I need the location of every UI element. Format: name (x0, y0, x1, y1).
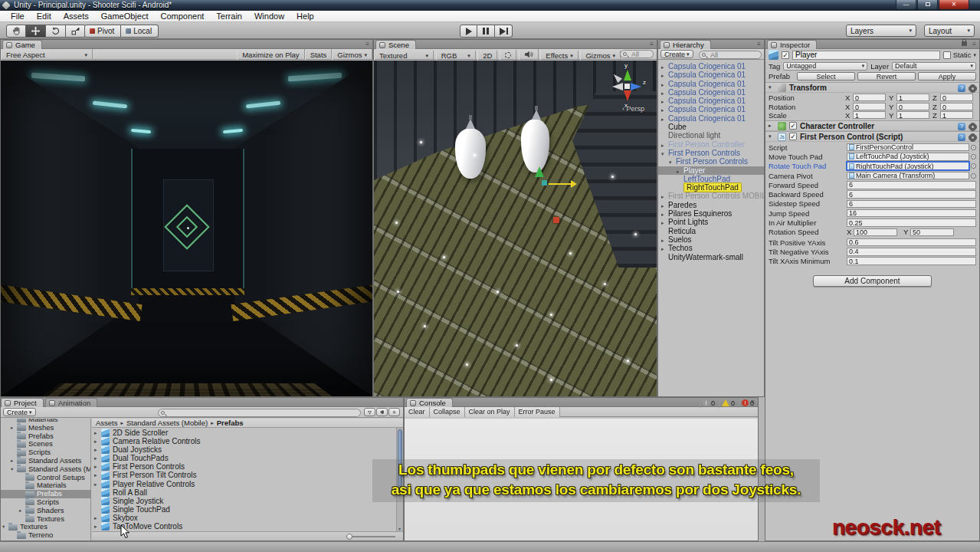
game-viewport[interactable] (1, 61, 372, 396)
play-button[interactable] (460, 25, 477, 38)
gear-icon[interactable] (969, 123, 976, 130)
menu-item[interactable]: GameObject (95, 12, 155, 21)
expand-arrow-icon[interactable]: ▸ (94, 462, 101, 471)
asset-row[interactable]: Single TouchPad (92, 505, 403, 514)
layout-dropdown[interactable]: Layout▾ (924, 25, 975, 37)
hierarchy-item[interactable]: ▸Point Lights (658, 218, 764, 226)
hierarchy-item[interactable]: Cube (658, 123, 764, 131)
tab-hierarchy[interactable]: Hierarchy (660, 40, 711, 49)
expand-arrow-icon[interactable]: ▸ (11, 457, 17, 465)
help-icon[interactable]: ? (958, 133, 965, 141)
axis-neg-cone[interactable] (612, 83, 623, 90)
expand-arrow-icon[interactable]: ▾ (769, 84, 775, 90)
field-value[interactable]: RightTouchPad (Joystick) (847, 162, 969, 170)
stats-button[interactable]: Stats (305, 49, 333, 60)
minimize-button[interactable]: — (896, 0, 916, 10)
tab-scene[interactable]: Scene (375, 40, 416, 49)
scale-tool-button[interactable] (66, 25, 86, 38)
expand-arrow-icon[interactable]: ▸ (94, 514, 101, 522)
hierarchy-item[interactable]: ▸Capsula Criogenica 01 (658, 88, 764, 97)
component-enabled-checkbox[interactable]: ✓ (789, 122, 797, 130)
project-search-input[interactable] (169, 409, 357, 417)
panel-menu-icon[interactable]: ≡ (757, 41, 761, 48)
restore-button[interactable] (917, 0, 938, 10)
field-value[interactable]: 6 (847, 181, 976, 189)
rgb-dropdown[interactable]: RGB▾ (436, 51, 476, 61)
asset-row[interactable]: ▸2D Side Scroller (92, 429, 403, 437)
slider-knob[interactable] (346, 534, 352, 540)
hierarchy-item[interactable]: ▸Techos (658, 244, 764, 252)
hierarchy-item[interactable]: ▸Capsula Criogenica 01 (658, 97, 764, 105)
rotation-speed-x-field[interactable]: 100 (854, 228, 897, 237)
info-count[interactable]: !0 (700, 399, 717, 408)
scene-search-input[interactable] (631, 51, 650, 58)
rotate-tool-button[interactable] (46, 25, 66, 38)
object-picker-icon[interactable] (971, 173, 976, 179)
asset-row[interactable]: ▸First Person Controls (92, 462, 403, 471)
hierarchy-item[interactable]: ▸Player (658, 166, 764, 175)
project-folder-row[interactable]: ▾Standard Assets (Mobile (1, 465, 90, 474)
error-count[interactable]: !0 (739, 399, 756, 408)
panel-menu-icon[interactable]: ≡ (365, 41, 369, 48)
gear-icon[interactable] (969, 134, 976, 141)
hierarchy-item[interactable]: RightTouchPad (658, 183, 764, 192)
shading-dropdown[interactable]: Textured▾ (374, 51, 434, 61)
local-toggle-button[interactable]: Local (121, 25, 159, 38)
axis-z-cone[interactable] (631, 83, 641, 90)
project-folder-row[interactable]: ▸Meshes (1, 424, 90, 432)
tag-dropdown[interactable]: Untagged▾ (783, 62, 867, 71)
game-gizmos-button[interactable]: Gizmos▾ (332, 49, 372, 60)
scale-x-field[interactable]: 1 (853, 111, 886, 119)
scale-y-field[interactable]: 1 (896, 111, 929, 119)
project-search[interactable] (158, 409, 361, 417)
rotation-speed-y-field[interactable]: 50 (910, 228, 954, 237)
hierarchy-item[interactable]: ▸First Person Controller (658, 140, 764, 149)
hierarchy-item[interactable]: Directional light (658, 131, 764, 140)
help-icon[interactable]: ? (958, 84, 965, 92)
hierarchy-item[interactable]: ▸Capsula Criogenica 01 (658, 114, 764, 123)
gizmo-hub[interactable] (624, 84, 630, 89)
menu-item[interactable]: Assets (57, 12, 95, 21)
scene-search[interactable] (620, 50, 654, 58)
menu-item[interactable]: Edit (31, 12, 57, 21)
layer-dropdown[interactable]: Default▾ (892, 62, 976, 71)
object-picker-icon[interactable] (971, 154, 976, 159)
tab-project[interactable]: Project (1, 398, 44, 407)
hierarchy-item[interactable]: ▸Capsula Criogenica 01 (658, 105, 764, 113)
hierarchy-item[interactable]: ▸Pilares Esquineros (658, 209, 764, 218)
field-value[interactable]: 0.25 (847, 219, 976, 227)
layers-dropdown[interactable]: Layers▾ (846, 25, 916, 37)
position-x-field[interactable]: 0 (853, 94, 886, 101)
2d-toggle-button[interactable]: 2D (477, 51, 497, 61)
hierarchy-item[interactable]: ▸Capsula Criogenica 01 (658, 71, 764, 79)
scene-gizmos-dropdown[interactable]: Gizmos▾ (580, 51, 621, 61)
field-value[interactable]: 6 (847, 190, 976, 199)
console-button[interactable]: Clear (405, 407, 430, 417)
cryo-capsule[interactable] (521, 119, 549, 172)
field-value[interactable]: Main Camera (Transform) (847, 172, 969, 180)
menu-item[interactable]: File (5, 12, 31, 21)
project-folder-row[interactable]: Terreno (1, 531, 90, 540)
static-checkbox[interactable] (943, 51, 951, 59)
pause-button[interactable] (477, 25, 495, 38)
help-icon[interactable]: ? (958, 123, 965, 130)
prefab-select-button[interactable]: Select (797, 72, 855, 80)
hierarchy-item[interactable]: ▾First Person Controls (658, 149, 764, 157)
asset-row[interactable]: ▸TapToMove Controls (92, 522, 403, 531)
scene-viewport[interactable]: y z x ‹ Persp (374, 61, 657, 396)
rotation-y-field[interactable]: 0 (896, 103, 929, 110)
expand-arrow-icon[interactable]: ▸ (769, 123, 775, 129)
panel-menu-icon[interactable]: ≡ (972, 41, 976, 48)
audio-toggle-button[interactable] (519, 49, 539, 60)
console-button[interactable]: Collapse (430, 407, 465, 417)
search-by-label-button[interactable] (376, 408, 388, 416)
breadcrumb-assets[interactable]: Assets (96, 419, 118, 427)
asset-row[interactable]: ▸Player Relative Controls (92, 480, 403, 488)
expand-arrow-icon[interactable]: ▾ (2, 523, 8, 531)
menu-item[interactable]: Terrain (210, 12, 248, 21)
prefab-revert-button[interactable]: Revert (857, 72, 916, 80)
lighting-toggle-button[interactable] (500, 50, 516, 61)
menu-item[interactable]: Component (154, 12, 210, 21)
panel-menu-icon[interactable]: ≡ (650, 41, 654, 48)
expand-arrow-icon[interactable]: ▸ (19, 507, 25, 515)
